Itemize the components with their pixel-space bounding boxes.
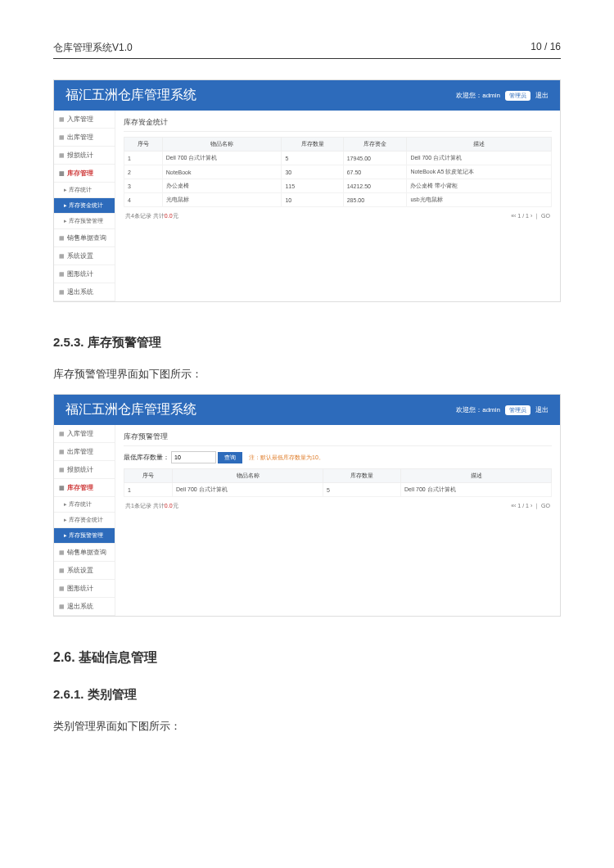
nav-loss[interactable]: ▦报损统计 xyxy=(54,461,115,479)
th-name: 物品名称 xyxy=(173,469,323,483)
main-panel: 库存资金统计 序号 物品名称 库存数量 库存资金 描述 1Dell 700 台式… xyxy=(115,111,560,301)
nav-outbound[interactable]: ▦出库管理 xyxy=(54,443,115,461)
cell: 67.50 xyxy=(343,165,407,179)
cell: 光电鼠标 xyxy=(162,193,282,207)
minus-icon: ▦ xyxy=(59,170,65,177)
nav-charts[interactable]: ▦图形统计 xyxy=(54,580,115,598)
cell: 1 xyxy=(124,151,163,165)
query-button[interactable]: 查询 xyxy=(218,452,242,463)
nav-label: 库存管理 xyxy=(67,169,93,178)
cell: Dell 700 台式计算机 xyxy=(173,483,323,497)
cell: NoteBook A5 软皮笔记本 xyxy=(407,165,552,179)
pager-right[interactable]: «‹ 1 / 1 › ｜ GO xyxy=(511,212,550,220)
nav-stock[interactable]: ▦库存管理 xyxy=(54,165,115,183)
nav-label: 系统设置 xyxy=(67,251,93,260)
plus-icon: ▦ xyxy=(59,253,65,260)
cell: Dell 700 台式计算机 xyxy=(401,483,552,497)
nav-inbound[interactable]: ▦入库管理 xyxy=(54,111,115,129)
sub-stock-warn[interactable]: 库存预警管理 xyxy=(54,528,115,544)
nav-exit[interactable]: ▦退出系统 xyxy=(54,598,115,616)
plus-icon: ▦ xyxy=(59,567,65,574)
pager: 共1条记录 共计0.0元 «‹ 1 / 1 › ｜ GO xyxy=(124,499,552,513)
nav-label: 入库管理 xyxy=(67,429,93,438)
filter-label: 最低库存数量： xyxy=(124,453,169,462)
th-qty: 库存数量 xyxy=(282,138,343,151)
cell: 10 xyxy=(282,193,343,207)
nav-settings[interactable]: ▦系统设置 xyxy=(54,562,115,580)
nav-outbound[interactable]: ▦出库管理 xyxy=(54,129,115,147)
th-qty: 库存数量 xyxy=(323,469,401,483)
plus-icon: ▦ xyxy=(59,289,65,296)
nav-label: 入库管理 xyxy=(67,115,93,124)
role-badge: 管理员 xyxy=(505,405,530,415)
plus-icon: ▦ xyxy=(59,585,65,592)
para-2-6-1: 类别管理界面如下图所示： xyxy=(53,719,561,734)
sub-stock-stat[interactable]: 库存统计 xyxy=(54,183,115,198)
nav-sales[interactable]: ▦销售单据查询 xyxy=(54,544,115,562)
nav-sales[interactable]: ▦销售单据查询 xyxy=(54,229,115,247)
fund-table: 序号 物品名称 库存数量 库存资金 描述 1Dell 700 台式计算机5179… xyxy=(124,137,552,207)
nav-label: 库存管理 xyxy=(67,483,93,492)
plus-icon: ▦ xyxy=(59,235,65,242)
plus-icon: ▦ xyxy=(59,152,65,159)
pager: 共4条记录 共计0.0元 «‹ 1 / 1 › ｜ GO xyxy=(124,209,552,224)
role-badge: 管理员 xyxy=(505,91,530,101)
nav-settings[interactable]: ▦系统设置 xyxy=(54,247,115,265)
th-desc: 描述 xyxy=(401,469,552,483)
cell: 4 xyxy=(124,193,163,207)
min-stock-input[interactable] xyxy=(171,451,216,463)
th-name: 物品名称 xyxy=(162,138,282,151)
plus-icon: ▦ xyxy=(59,134,65,141)
heading-2-6-1: 2.6.1. 类别管理 xyxy=(53,687,561,703)
cell: 3 xyxy=(124,179,163,193)
cell: NoteBook xyxy=(162,165,282,179)
nav-label: 图形统计 xyxy=(67,584,93,593)
cell: 285.00 xyxy=(343,193,407,207)
nav-label: 报损统计 xyxy=(67,151,93,160)
nav-label: 出库管理 xyxy=(67,133,93,142)
cell: 2 xyxy=(124,165,163,179)
welcome-text: 欢迎您：admin xyxy=(456,405,500,414)
cell: 30 xyxy=(282,165,343,179)
nav-label: 销售单据查询 xyxy=(67,548,106,557)
nav-exit[interactable]: ▦退出系统 xyxy=(54,283,115,301)
app-screenshot-stock-fund: 福汇五洲仓库管理系统 欢迎您：admin 管理员 退出 ▦入库管理 ▦出库管理 … xyxy=(53,79,561,302)
sub-stock-stat[interactable]: 库存统计 xyxy=(54,497,115,513)
plus-icon: ▦ xyxy=(59,449,65,455)
sub-stock-warn[interactable]: 库存预警管理 xyxy=(54,214,115,229)
panel-title: 库存资金统计 xyxy=(124,117,552,132)
cell: Dell 700 台式计算机 xyxy=(162,151,282,165)
banner-right: 欢迎您：admin 管理员 退出 xyxy=(456,405,549,415)
logout-link[interactable]: 退出 xyxy=(535,405,549,414)
sub-stock-fund[interactable]: 库存资金统计 xyxy=(54,198,115,214)
th-seq: 序号 xyxy=(124,469,173,483)
sub-stock-fund[interactable]: 库存资金统计 xyxy=(54,513,115,528)
table-row: 1Dell 700 台式计算机5Dell 700 台式计算机 xyxy=(124,483,552,497)
pager-right[interactable]: «‹ 1 / 1 › ｜ GO xyxy=(511,502,550,510)
warn-table: 序号 物品名称 库存数量 描述 1Dell 700 台式计算机5Dell 700… xyxy=(124,468,552,497)
cell: 14212.50 xyxy=(343,179,407,193)
nav-stock[interactable]: ▦库存管理 xyxy=(54,479,115,497)
sidebar: ▦入库管理 ▦出库管理 ▦报损统计 ▦库存管理 库存统计 库存资金统计 库存预警… xyxy=(54,425,115,616)
page-header: 仓库管理系统V1.0 10 / 16 xyxy=(53,41,561,59)
app-title: 福汇五洲仓库管理系统 xyxy=(65,87,196,104)
app-screenshot-stock-warn: 福汇五洲仓库管理系统 欢迎您：admin 管理员 退出 ▦入库管理 ▦出库管理 … xyxy=(53,394,561,617)
plus-icon: ▦ xyxy=(59,604,65,610)
cell: 1 xyxy=(124,483,173,497)
logout-link[interactable]: 退出 xyxy=(535,91,549,100)
plus-icon: ▦ xyxy=(59,116,65,123)
sidebar: ▦入库管理 ▦出库管理 ▦报损统计 ▦库存管理 库存统计 库存资金统计 库存预警… xyxy=(54,111,115,301)
cell: 115 xyxy=(282,179,343,193)
pager-left: 共1条记录 共计0.0元 xyxy=(125,502,178,510)
nav-charts[interactable]: ▦图形统计 xyxy=(54,265,115,283)
th-desc: 描述 xyxy=(407,138,552,151)
plus-icon: ▦ xyxy=(59,467,65,473)
table-row: 2NoteBook3067.50NoteBook A5 软皮笔记本 xyxy=(124,165,552,179)
table-row: 4光电鼠标10285.00usb光电鼠标 xyxy=(124,193,552,207)
nav-label: 退出系统 xyxy=(67,602,93,611)
app-title: 福汇五洲仓库管理系统 xyxy=(65,401,196,418)
nav-loss[interactable]: ▦报损统计 xyxy=(54,147,115,165)
cell: Dell 700 台式计算机 xyxy=(407,151,552,165)
th-fund: 库存资金 xyxy=(343,138,407,151)
nav-inbound[interactable]: ▦入库管理 xyxy=(54,425,115,443)
